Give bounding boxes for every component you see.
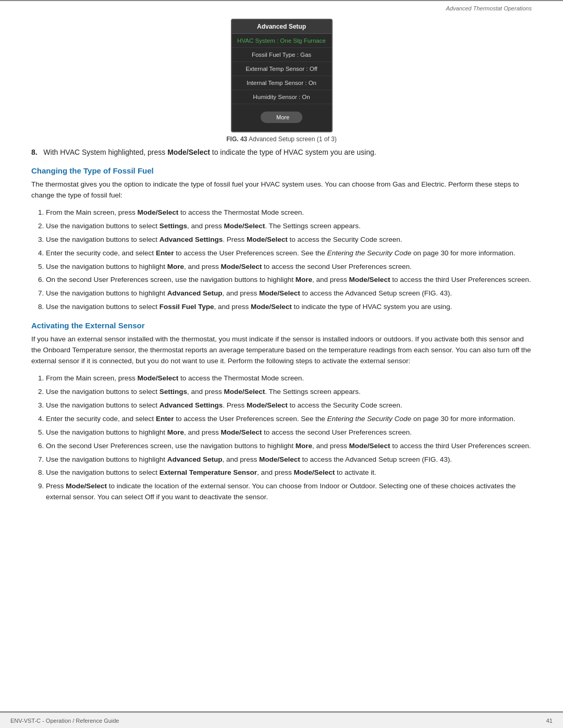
list-item: Use the navigation buttons to highlight … <box>46 262 532 273</box>
device-row-fossil: Fossil Fuel Type : Gas <box>232 48 332 62</box>
header-title: Advanced Thermostat Operations <box>446 5 532 11</box>
fig-caption: FIG. 43 Advanced Setup screen (1 of 3) <box>31 135 532 143</box>
list-item: Use the navigation buttons to highlight … <box>46 427 532 438</box>
fig-description: Advanced Setup screen (1 of 3) <box>249 135 337 143</box>
list-item: Use the navigation buttons to select Ext… <box>46 467 532 478</box>
list-item: Use the navigation buttons to select Adv… <box>46 400 532 411</box>
list-item: Use the navigation buttons to select Fos… <box>46 302 532 313</box>
section1-heading: Changing the Type of Fossil Fuel <box>31 166 532 175</box>
main-content: Advanced Setup HVAC System : One Stg Fur… <box>0 14 563 532</box>
device-row-external: External Temp Sensor : Off <box>232 62 332 76</box>
device-row-humidity: Humidity Sensor : On <box>232 90 332 104</box>
device-row-internal: Internal Temp Sensor : On <box>232 76 332 90</box>
device-more-button: More <box>261 112 302 123</box>
step8-number: 8. <box>31 148 38 156</box>
device-title-bar: Advanced Setup <box>232 20 332 34</box>
section1-intro: The thermostat gives you the option to i… <box>31 179 532 201</box>
list-item: Press Mode/Select to indicate the locati… <box>46 481 532 503</box>
list-item: From the Main screen, press Mode/Select … <box>46 373 532 384</box>
list-item: Use the navigation buttons to highlight … <box>46 288 532 299</box>
footer-bar: ENV-VST-C - Operation / Reference Guide … <box>0 712 563 728</box>
section2-intro: If you have an external sensor installed… <box>31 334 532 367</box>
header-bar: Advanced Thermostat Operations <box>0 1 563 14</box>
list-item: Use the navigation buttons to select Adv… <box>46 235 532 245</box>
section1-steps-list: From the Main screen, press Mode/Select … <box>46 207 532 313</box>
list-item: On the second User Preferences screen, u… <box>46 441 532 452</box>
footer-left-text: ENV-VST-C - Operation / Reference Guide <box>10 718 119 724</box>
step8-intro: 8. With HVAC System highlighted, press M… <box>31 147 532 158</box>
section2-steps-list: From the Main screen, press Mode/Select … <box>46 373 532 503</box>
footer-page-number: 41 <box>546 718 553 724</box>
list-item: Use the navigation buttons to highlight … <box>46 454 532 465</box>
list-item: Enter the security code, and select Ente… <box>46 414 532 425</box>
list-item: On the second User Preferences screen, u… <box>46 275 532 286</box>
device-wrapper: Advanced Setup HVAC System : One Stg Fur… <box>31 19 532 132</box>
list-item: Enter the security code, and select Ente… <box>46 248 532 259</box>
list-item: Use the navigation buttons to select Set… <box>46 387 532 398</box>
device-row-hvac: HVAC System : One Stg Furnace <box>232 34 332 48</box>
device-screen: Advanced Setup HVAC System : One Stg Fur… <box>231 19 333 132</box>
fig-label: FIG. 43 <box>226 135 247 143</box>
list-item: Use the navigation buttons to select Set… <box>46 221 532 232</box>
section2-heading: Activating the External Sensor <box>31 321 532 330</box>
list-item: From the Main screen, press Mode/Select … <box>46 207 532 218</box>
